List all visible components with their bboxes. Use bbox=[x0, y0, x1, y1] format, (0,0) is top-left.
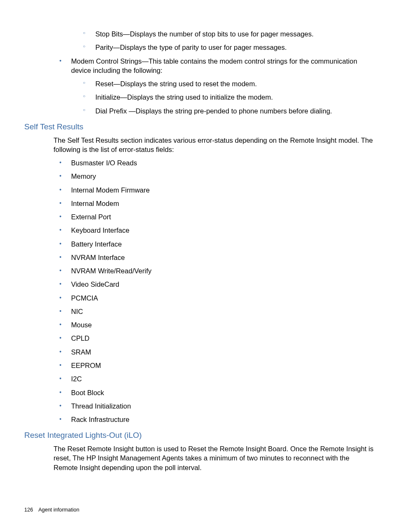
modem-sub-list: Reset—Displays the string used to reset … bbox=[83, 79, 375, 116]
list-item: Busmaster I/O Reads bbox=[59, 158, 375, 167]
list-item: External Port bbox=[59, 212, 375, 221]
self-test-intro: The Self Test Results section indicates … bbox=[54, 136, 375, 154]
list-item: Thread Initialization bbox=[59, 401, 375, 411]
list-item-text: Initialize—Displays the string used to i… bbox=[95, 93, 273, 101]
list-item: Modem Control Strings—This table contain… bbox=[59, 57, 375, 116]
list-item-text: Mouse bbox=[71, 321, 92, 329]
list-item: Keyboard Interface bbox=[59, 226, 375, 235]
list-item-text: Parity—Displays the type of parity to us… bbox=[95, 44, 287, 51]
list-item-text: NVRAM Write/Read/Verify bbox=[71, 267, 151, 275]
list-item: Battery Interface bbox=[59, 239, 375, 249]
list-item-text: Rack Infrastructure bbox=[71, 416, 129, 423]
list-item-text: Memory bbox=[71, 172, 96, 180]
reset-ilo-heading: Reset Integrated Lights-Out (iLO) bbox=[24, 430, 375, 441]
list-item: Parity—Displays the type of parity to us… bbox=[83, 43, 375, 52]
list-item-text: SRAM bbox=[71, 348, 91, 356]
reset-ilo-body: The Reset Remote Insight button is used … bbox=[54, 444, 375, 472]
footer-label: Agent information bbox=[38, 507, 79, 513]
top-outer-list: Modem Control Strings—This table contain… bbox=[59, 57, 375, 116]
list-item: NIC bbox=[59, 307, 375, 316]
list-item-text: External Port bbox=[71, 213, 111, 221]
self-test-heading: Self Test Results bbox=[24, 121, 375, 132]
list-item: EEPROM bbox=[59, 361, 375, 370]
list-item: Dial Prefix —Displays the string pre-pen… bbox=[83, 106, 375, 116]
self-test-list: Busmaster I/O ReadsMemoryInternal Modem … bbox=[59, 158, 375, 424]
page-content: Stop Bits—Displays the number of stop bi… bbox=[24, 29, 375, 472]
list-item-text: Thread Initialization bbox=[71, 402, 131, 410]
list-item: NVRAM Write/Read/Verify bbox=[59, 266, 375, 275]
list-item: Video SideCard bbox=[59, 280, 375, 289]
list-item-text: Stop Bits—Displays the number of stop bi… bbox=[95, 30, 314, 38]
list-item: Stop Bits—Displays the number of stop bi… bbox=[83, 29, 375, 39]
list-item: CPLD bbox=[59, 334, 375, 343]
list-item: SRAM bbox=[59, 347, 375, 357]
list-item-text: NVRAM Interface bbox=[71, 254, 125, 261]
list-item: Internal Modem bbox=[59, 199, 375, 208]
list-item-text: Boot Block bbox=[71, 389, 104, 396]
list-item-text: Keyboard Interface bbox=[71, 226, 129, 234]
list-item: PCMCIA bbox=[59, 293, 375, 303]
list-item: Rack Infrastructure bbox=[59, 415, 375, 424]
page-footer: 126 Agent information bbox=[24, 506, 79, 514]
list-item-text: Internal Modem Firmware bbox=[71, 186, 150, 194]
list-item-text: Dial Prefix —Displays the string pre-pen… bbox=[95, 107, 332, 115]
list-item-text: Video SideCard bbox=[71, 280, 119, 288]
list-item-text: Reset—Displays the string used to reset … bbox=[95, 80, 257, 87]
list-item-text: CPLD bbox=[71, 334, 90, 342]
list-item: Reset—Displays the string used to reset … bbox=[83, 79, 375, 88]
top-sub-list: Stop Bits—Displays the number of stop bi… bbox=[83, 29, 375, 52]
list-item: Boot Block bbox=[59, 388, 375, 397]
page-number: 126 bbox=[24, 507, 33, 513]
list-item-text: NIC bbox=[71, 308, 83, 315]
list-item-text: EEPROM bbox=[71, 362, 101, 369]
list-item-text: Internal Modem bbox=[71, 200, 119, 207]
list-item: I2C bbox=[59, 374, 375, 383]
list-item: NVRAM Interface bbox=[59, 253, 375, 262]
list-item-text: Busmaster I/O Reads bbox=[71, 159, 137, 167]
list-item: Initialize—Displays the string used to i… bbox=[83, 93, 375, 102]
list-item-text: Modem Control Strings—This table contain… bbox=[71, 57, 357, 74]
list-item-text: Battery Interface bbox=[71, 240, 122, 248]
list-item: Internal Modem Firmware bbox=[59, 185, 375, 195]
list-item-text: PCMCIA bbox=[71, 294, 98, 302]
list-item-text: I2C bbox=[71, 375, 82, 383]
list-item: Mouse bbox=[59, 320, 375, 329]
list-item: Memory bbox=[59, 172, 375, 181]
